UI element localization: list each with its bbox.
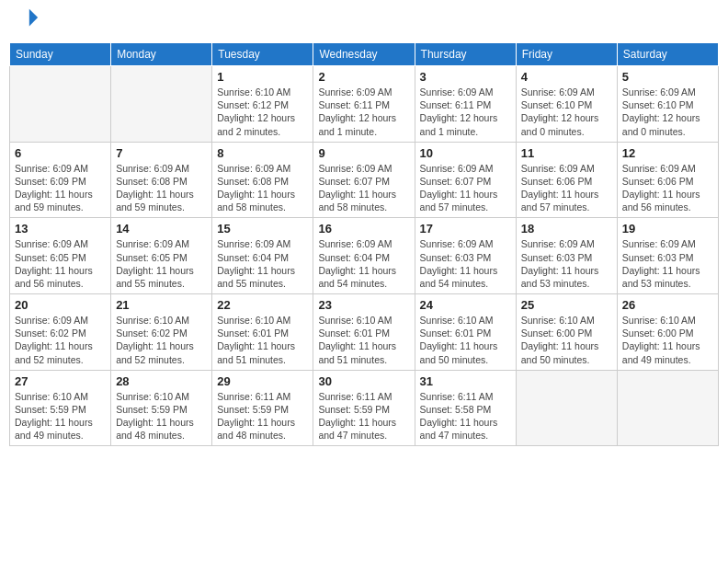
day-info: Sunrise: 6:09 AMSunset: 6:05 PMDaylight:… (15, 237, 106, 290)
day-info: Sunrise: 6:09 AMSunset: 6:07 PMDaylight:… (420, 162, 511, 214)
day-number: 26 (622, 298, 713, 312)
day-info: Sunrise: 6:10 AMSunset: 6:02 PMDaylight:… (116, 314, 207, 366)
weekday-header-cell: Tuesday (212, 43, 313, 66)
calendar-table: SundayMondayTuesdayWednesdayThursdayFrid… (9, 42, 719, 446)
calendar-day-cell: 8Sunrise: 6:09 AMSunset: 6:08 PMDaylight… (212, 142, 313, 218)
calendar-day-cell: 29Sunrise: 6:11 AMSunset: 5:59 PMDayligh… (212, 370, 313, 446)
day-number: 17 (420, 222, 511, 236)
calendar-day-cell: 28Sunrise: 6:10 AMSunset: 5:59 PMDayligh… (111, 370, 212, 446)
day-number: 13 (15, 222, 106, 236)
weekday-header-cell: Monday (111, 43, 212, 66)
calendar-day-cell: 2Sunrise: 6:09 AMSunset: 6:11 PMDaylight… (313, 66, 415, 143)
day-number: 22 (217, 298, 308, 312)
calendar-day-cell: 18Sunrise: 6:09 AMSunset: 6:03 PMDayligh… (516, 218, 617, 294)
calendar-day-cell: 30Sunrise: 6:11 AMSunset: 5:59 PMDayligh… (313, 370, 415, 446)
day-info: Sunrise: 6:10 AMSunset: 6:01 PMDaylight:… (420, 314, 511, 366)
day-number: 14 (116, 222, 207, 236)
calendar-day-cell: 20Sunrise: 6:09 AMSunset: 6:02 PMDayligh… (10, 294, 111, 371)
weekday-header-cell: Sunday (10, 43, 111, 66)
calendar-day-cell: 19Sunrise: 6:09 AMSunset: 6:03 PMDayligh… (617, 218, 718, 294)
day-info: Sunrise: 6:09 AMSunset: 6:03 PMDaylight:… (622, 237, 713, 290)
calendar-day-cell (111, 66, 212, 143)
day-info: Sunrise: 6:09 AMSunset: 6:03 PMDaylight:… (420, 237, 511, 290)
weekday-header-cell: Friday (516, 43, 617, 66)
day-number: 27 (15, 374, 106, 388)
day-number: 15 (217, 222, 308, 236)
calendar-day-cell: 21Sunrise: 6:10 AMSunset: 6:02 PMDayligh… (111, 294, 212, 371)
day-info: Sunrise: 6:10 AMSunset: 5:59 PMDaylight:… (15, 390, 106, 442)
day-info: Sunrise: 6:11 AMSunset: 5:58 PMDaylight:… (420, 390, 511, 442)
day-info: Sunrise: 6:10 AMSunset: 6:12 PMDaylight:… (217, 86, 308, 138)
calendar-day-cell: 6Sunrise: 6:09 AMSunset: 6:09 PMDaylight… (10, 142, 111, 218)
calendar-day-cell: 16Sunrise: 6:09 AMSunset: 6:04 PMDayligh… (313, 218, 415, 294)
day-info: Sunrise: 6:09 AMSunset: 6:04 PMDaylight:… (318, 237, 409, 290)
svg-marker-0 (29, 9, 38, 27)
day-number: 21 (116, 298, 207, 312)
day-info: Sunrise: 6:10 AMSunset: 6:01 PMDaylight:… (318, 314, 409, 366)
calendar-day-cell: 4Sunrise: 6:09 AMSunset: 6:10 PMDaylight… (516, 66, 617, 143)
day-info: Sunrise: 6:09 AMSunset: 6:06 PMDaylight:… (622, 162, 713, 214)
calendar-week-row: 27Sunrise: 6:10 AMSunset: 5:59 PMDayligh… (10, 370, 719, 446)
day-info: Sunrise: 6:10 AMSunset: 6:00 PMDaylight:… (521, 314, 612, 366)
calendar-day-cell: 23Sunrise: 6:10 AMSunset: 6:01 PMDayligh… (313, 294, 415, 371)
day-number: 1 (217, 70, 308, 84)
day-info: Sunrise: 6:09 AMSunset: 6:11 PMDaylight:… (318, 86, 409, 138)
day-number: 11 (521, 146, 612, 160)
calendar-week-row: 1Sunrise: 6:10 AMSunset: 6:12 PMDaylight… (10, 66, 719, 143)
day-number: 18 (521, 222, 612, 236)
day-number: 23 (318, 298, 409, 312)
calendar-week-row: 6Sunrise: 6:09 AMSunset: 6:09 PMDaylight… (10, 142, 719, 218)
calendar-day-cell: 10Sunrise: 6:09 AMSunset: 6:07 PMDayligh… (415, 142, 516, 218)
day-number: 28 (116, 374, 207, 388)
day-info: Sunrise: 6:09 AMSunset: 6:10 PMDaylight:… (622, 86, 713, 138)
calendar-day-cell: 25Sunrise: 6:10 AMSunset: 6:00 PMDayligh… (516, 294, 617, 371)
day-number: 20 (15, 298, 106, 312)
day-number: 4 (521, 70, 612, 84)
page-header (9, 9, 719, 35)
day-info: Sunrise: 6:11 AMSunset: 5:59 PMDaylight:… (318, 390, 409, 442)
calendar-day-cell: 5Sunrise: 6:09 AMSunset: 6:10 PMDaylight… (617, 66, 718, 143)
logo-icon (14, 6, 40, 31)
day-number: 31 (420, 374, 511, 388)
calendar-week-row: 20Sunrise: 6:09 AMSunset: 6:02 PMDayligh… (10, 294, 719, 371)
weekday-header-cell: Thursday (415, 43, 516, 66)
calendar-day-cell: 31Sunrise: 6:11 AMSunset: 5:58 PMDayligh… (415, 370, 516, 446)
calendar-day-cell: 13Sunrise: 6:09 AMSunset: 6:05 PMDayligh… (10, 218, 111, 294)
calendar-day-cell: 15Sunrise: 6:09 AMSunset: 6:04 PMDayligh… (212, 218, 313, 294)
day-info: Sunrise: 6:09 AMSunset: 6:03 PMDaylight:… (521, 237, 612, 290)
calendar-day-cell (516, 370, 617, 446)
calendar-day-cell: 17Sunrise: 6:09 AMSunset: 6:03 PMDayligh… (415, 218, 516, 294)
day-number: 8 (217, 146, 308, 160)
calendar-day-cell: 24Sunrise: 6:10 AMSunset: 6:01 PMDayligh… (415, 294, 516, 371)
day-number: 6 (15, 146, 106, 160)
day-number: 2 (318, 70, 409, 84)
day-number: 10 (420, 146, 511, 160)
weekday-header-cell: Wednesday (313, 43, 415, 66)
calendar-day-cell: 9Sunrise: 6:09 AMSunset: 6:07 PMDaylight… (313, 142, 415, 218)
calendar-week-row: 13Sunrise: 6:09 AMSunset: 6:05 PMDayligh… (10, 218, 719, 294)
calendar-day-cell: 11Sunrise: 6:09 AMSunset: 6:06 PMDayligh… (516, 142, 617, 218)
day-info: Sunrise: 6:09 AMSunset: 6:09 PMDaylight:… (15, 162, 106, 214)
day-number: 3 (420, 70, 511, 84)
day-number: 25 (521, 298, 612, 312)
day-info: Sunrise: 6:09 AMSunset: 6:04 PMDaylight:… (217, 237, 308, 290)
calendar-day-cell (617, 370, 718, 446)
day-info: Sunrise: 6:10 AMSunset: 5:59 PMDaylight:… (116, 390, 207, 442)
day-number: 29 (217, 374, 308, 388)
day-number: 30 (318, 374, 409, 388)
day-info: Sunrise: 6:10 AMSunset: 6:00 PMDaylight:… (622, 314, 713, 366)
day-number: 7 (116, 146, 207, 160)
day-number: 19 (622, 222, 713, 236)
day-info: Sunrise: 6:09 AMSunset: 6:08 PMDaylight:… (217, 162, 308, 214)
calendar-day-cell: 14Sunrise: 6:09 AMSunset: 6:05 PMDayligh… (111, 218, 212, 294)
day-number: 16 (318, 222, 409, 236)
day-info: Sunrise: 6:09 AMSunset: 6:06 PMDaylight:… (521, 162, 612, 214)
calendar-day-cell: 1Sunrise: 6:10 AMSunset: 6:12 PMDaylight… (212, 66, 313, 143)
day-number: 9 (318, 146, 409, 160)
calendar-day-cell: 7Sunrise: 6:09 AMSunset: 6:08 PMDaylight… (111, 142, 212, 218)
calendar-day-cell: 27Sunrise: 6:10 AMSunset: 5:59 PMDayligh… (10, 370, 111, 446)
day-number: 24 (420, 298, 511, 312)
day-info: Sunrise: 6:09 AMSunset: 6:08 PMDaylight:… (116, 162, 207, 214)
day-info: Sunrise: 6:09 AMSunset: 6:10 PMDaylight:… (521, 86, 612, 138)
day-number: 12 (622, 146, 713, 160)
